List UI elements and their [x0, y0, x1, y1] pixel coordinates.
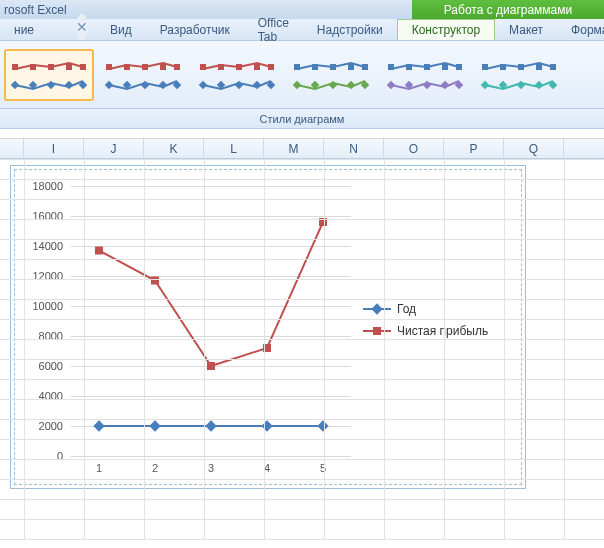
svg-rect-24	[268, 64, 274, 70]
svg-rect-50	[482, 64, 488, 70]
col-header-M[interactable]: M	[264, 139, 324, 158]
col-header-K[interactable]: K	[144, 139, 204, 158]
svg-rect-8	[65, 80, 73, 88]
close-icon[interactable]: ✕	[76, 14, 88, 40]
svg-rect-18	[159, 80, 167, 88]
svg-rect-47	[423, 80, 431, 88]
svg-rect-28	[253, 80, 261, 88]
worksheet-area[interactable]: 0200040006000800010000120001400016000180…	[0, 159, 604, 539]
chart-styles-gallery	[0, 41, 604, 109]
svg-rect-14	[174, 64, 180, 70]
chart-style-3[interactable]	[192, 49, 282, 101]
svg-rect-64	[317, 420, 328, 431]
col-header-J[interactable]: J	[84, 139, 144, 158]
col-header-Q[interactable]: Q	[504, 139, 564, 158]
svg-rect-13	[160, 64, 166, 70]
svg-rect-51	[500, 64, 506, 70]
svg-rect-35	[293, 80, 301, 88]
svg-rect-55	[481, 80, 489, 88]
tab-format[interactable]: Формат	[557, 19, 604, 40]
svg-rect-7	[47, 80, 55, 88]
svg-rect-27	[235, 80, 243, 88]
svg-rect-5	[11, 80, 19, 88]
svg-rect-2	[48, 64, 54, 70]
svg-rect-38	[347, 80, 355, 88]
svg-rect-67	[207, 362, 215, 370]
svg-rect-40	[388, 64, 394, 70]
chart-x-axis: 12345	[71, 462, 351, 478]
svg-rect-52	[518, 64, 524, 70]
svg-rect-60	[93, 420, 104, 431]
svg-rect-3	[66, 64, 72, 70]
col-header-P[interactable]: P	[444, 139, 504, 158]
legend-label: Год	[397, 302, 416, 316]
svg-rect-12	[142, 64, 148, 70]
chart-style-2[interactable]	[98, 49, 188, 101]
legend-label: Чистая прибыль	[397, 324, 488, 338]
svg-rect-25	[199, 80, 207, 88]
svg-rect-33	[348, 64, 354, 70]
tab-layout[interactable]: Макет	[495, 19, 557, 40]
chart-style-4[interactable]	[286, 49, 376, 101]
legend-item[interactable]: Год	[363, 302, 488, 316]
svg-rect-1	[30, 64, 36, 70]
svg-rect-37	[329, 80, 337, 88]
svg-rect-0	[12, 64, 18, 70]
svg-rect-42	[424, 64, 430, 70]
svg-rect-20	[200, 64, 206, 70]
ribbon-tabs: ние ✕ Вид Разработчик Office Tab Надстро…	[0, 19, 604, 41]
tab-view[interactable]: Вид	[96, 19, 146, 40]
tab-addins[interactable]: Надстройки	[303, 19, 397, 40]
column-headers: IJKLMNOPQ	[0, 139, 604, 159]
col-header-L[interactable]: L	[204, 139, 264, 158]
legend-item[interactable]: Чистая прибыль	[363, 324, 488, 338]
ribbon-group-label: Стили диаграмм	[0, 109, 604, 129]
svg-rect-45	[387, 80, 395, 88]
col-header-O[interactable]: O	[384, 139, 444, 158]
svg-rect-44	[456, 64, 462, 70]
tab-design[interactable]: Конструктор	[397, 19, 495, 40]
svg-rect-17	[141, 80, 149, 88]
svg-rect-66	[151, 277, 159, 285]
svg-rect-4	[80, 64, 86, 70]
svg-rect-23	[254, 64, 260, 70]
app-title: rosoft Excel	[0, 0, 412, 19]
svg-rect-32	[330, 64, 336, 70]
tab-developer[interactable]: Разработчик	[146, 19, 244, 40]
svg-rect-30	[294, 64, 300, 70]
svg-rect-65	[95, 247, 103, 255]
chart-y-axis: 0200040006000800010000120001400016000180…	[19, 186, 67, 456]
tab-view-partial[interactable]: ние	[0, 19, 48, 40]
svg-rect-11	[124, 64, 130, 70]
svg-rect-48	[441, 80, 449, 88]
svg-rect-21	[218, 64, 224, 70]
svg-rect-22	[236, 64, 242, 70]
svg-rect-15	[105, 80, 113, 88]
chart-tools-title: Работа с диаграммами	[412, 0, 604, 19]
svg-rect-41	[406, 64, 412, 70]
svg-rect-58	[535, 80, 543, 88]
svg-rect-54	[550, 64, 556, 70]
chart-style-6[interactable]	[474, 49, 564, 101]
col-header-N[interactable]: N	[324, 139, 384, 158]
svg-rect-43	[442, 64, 448, 70]
svg-rect-61	[149, 420, 160, 431]
embedded-chart[interactable]: 0200040006000800010000120001400016000180…	[10, 165, 526, 489]
svg-rect-31	[312, 64, 318, 70]
svg-rect-57	[517, 80, 525, 88]
col-header-I[interactable]: I	[24, 139, 84, 158]
svg-rect-10	[106, 64, 112, 70]
chart-style-5[interactable]	[380, 49, 470, 101]
tab-office[interactable]: Office Tab	[244, 19, 303, 40]
svg-rect-53	[536, 64, 542, 70]
svg-rect-34	[362, 64, 368, 70]
chart-style-1[interactable]	[4, 49, 94, 101]
svg-rect-62	[205, 420, 216, 431]
chart-plot-area[interactable]	[71, 186, 351, 456]
